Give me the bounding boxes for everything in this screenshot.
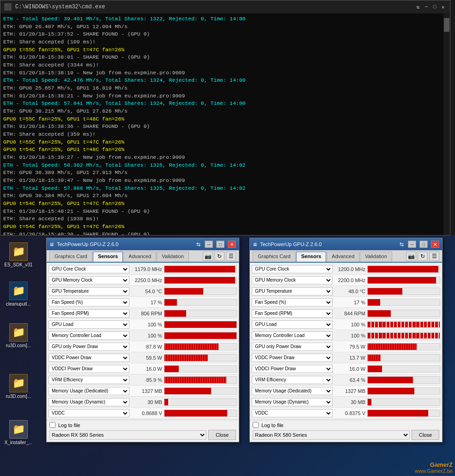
sensor-row: GPU Memory Clock2200.0 MHz [252, 275, 440, 286]
sensor-name-select[interactable]: Fan Speed (%) [252, 298, 333, 307]
sensor-value: 30 MB [129, 399, 164, 405]
sensor-name-select[interactable]: VDDC Power Draw [252, 354, 333, 362]
gpuz-minimize-btn[interactable]: ─ [205, 241, 213, 248]
sensor-name-select[interactable]: VRM Efficiency [49, 376, 129, 384]
gpuz-title-icon: 🖥 [49, 242, 54, 247]
sensor-name-select[interactable]: GPU Memory Clock [49, 276, 129, 284]
sensor-value: 2200.0 MHz [333, 277, 367, 283]
gpuz-refresh-btn[interactable]: ↻ [418, 252, 428, 261]
sensor-name-select[interactable]: Fan Speed (RPM) [49, 309, 129, 318]
gpuz-gpu-select[interactable]: Radeon RX 580 Series [253, 430, 410, 440]
gpuz-camera-btn[interactable]: 📷 [203, 252, 213, 261]
sensor-name-select[interactable]: VDDCI Power Draw [49, 365, 129, 373]
sensor-value: 17 % [129, 300, 164, 305]
sensor-name-select[interactable]: GPU Load [49, 320, 129, 329]
gpuz-close-button[interactable]: Close [208, 430, 236, 440]
gpuz-tab-graphics-card[interactable]: Graphics Card [49, 252, 92, 262]
sensor-name-select[interactable]: GPU only Power Draw [252, 343, 333, 351]
gpuz-tab-validation[interactable]: Validation [360, 252, 392, 262]
sensor-name-select[interactable]: VDDC Power Draw [49, 354, 129, 362]
cmd-restore-btn[interactable]: ⇆ [415, 4, 421, 10]
sensor-name-select[interactable]: Memory Usage (Dynamic) [252, 398, 333, 406]
gpuz-restore-btn[interactable]: ⇆ [400, 241, 404, 247]
sensor-name-select[interactable]: VDDC [49, 409, 129, 417]
gpuz-maximize-btn[interactable]: □ [419, 241, 428, 248]
gpuz-log-checkbox[interactable] [49, 422, 55, 428]
desktop-icon-4[interactable]: 📁 X_installer_... [2, 420, 35, 445]
cmd-line: ETH: GPU0 25.657 Mh/s, GPU1 16.819 Mh/s [3, 84, 447, 92]
sensor-name-select[interactable]: VRM Efficiency [252, 376, 333, 384]
gpuz-minimize-btn[interactable]: ─ [408, 241, 416, 248]
gpuz-footer-right: Log to file Radeon RX 580 Series Close [250, 420, 442, 442]
sensor-row: Memory Usage (Dynamic)30 MB [49, 397, 237, 408]
sensor-row: VDDC Power Draw59.5 W [49, 352, 237, 363]
sensor-name-select[interactable]: Memory Usage (Dedicated) [49, 387, 129, 395]
sensor-row: GPU Temperature54.0 °C [49, 286, 237, 297]
gpuz-tab-advanced[interactable]: Advanced [327, 252, 359, 262]
cmd-line: ETH: 01/20/18-15:38:10 - New job from eu… [3, 69, 447, 77]
sensor-bar-container [164, 398, 237, 406]
gpuz-close-btn[interactable]: ✕ [431, 241, 439, 248]
sensor-name-select[interactable]: GPU Core Clock [49, 265, 129, 273]
gpuz-tab-sensors[interactable]: Sensors [296, 252, 326, 262]
cmd-close-btn[interactable]: ✕ [440, 4, 446, 10]
sensor-bar-container [164, 299, 237, 306]
gpuz-camera-btn[interactable]: 📷 [406, 252, 416, 261]
gpuz-restore-btn[interactable]: ⇆ [196, 241, 200, 247]
cmd-scrollbar-thumb[interactable] [444, 18, 449, 32]
watermark: GamerZ www.GamerZ.be [415, 461, 453, 474]
gpuz-tab-advanced[interactable]: Advanced [123, 252, 156, 262]
sensor-name-select[interactable]: GPU Load [252, 320, 333, 329]
sensor-name-select[interactable]: Memory Controller Load [49, 331, 129, 340]
sensor-name-cell: GPU Core Clock [252, 265, 333, 273]
sensor-name-select[interactable]: Fan Speed (RPM) [252, 309, 333, 318]
cmd-window-controls[interactable]: ⇆ ─ □ ✕ [415, 4, 446, 10]
gpuz-close-btn[interactable]: ✕ [228, 241, 236, 248]
gpuz-tab-validation[interactable]: Validation [157, 252, 189, 262]
gpuz-menu-btn[interactable]: ☰ [226, 252, 236, 261]
desktop-icon-0[interactable]: 📁 ES_SDK_v31 [2, 242, 35, 267]
sensor-name-select[interactable]: Memory Usage (Dedicated) [252, 387, 333, 395]
sensor-name-select[interactable]: GPU Temperature [252, 287, 333, 295]
cmd-maximize-btn[interactable]: □ [431, 4, 438, 10]
cmd-line: ETH: 01/20/18-15:38:01 - SHARE FOUND - (… [3, 54, 447, 61]
gpuz-log-checkbox[interactable] [253, 422, 259, 428]
sensor-name-cell: GPU Memory Clock [252, 276, 333, 284]
gpuz-maximize-btn[interactable]: □ [216, 241, 224, 248]
sensor-name-select[interactable]: VDDCI Power Draw [252, 365, 333, 373]
cmd-line: ETH: GPU0 30.389 Mh/s, GPU1 27.913 Mh/s [3, 169, 447, 177]
sensor-row: GPU Load100 % [49, 319, 237, 330]
gpuz-tab-sensors[interactable]: Sensors [93, 252, 123, 262]
watermark-url: www.GamerZ.be [415, 468, 453, 474]
sensor-bar [368, 355, 381, 361]
desktop-icon-2[interactable]: 📁 ru3D.com]... [2, 323, 35, 348]
cmd-line: GPU0 t=54C fan=25%, GPU1 t=47C fan=26% [3, 200, 447, 208]
sensor-name-select[interactable]: GPU only Power Draw [49, 343, 129, 351]
gpuz-gpu-select[interactable]: Radeon RX 580 Series [49, 430, 206, 440]
sensor-name-select[interactable]: GPU Temperature [49, 287, 129, 295]
sensor-row: Fan Speed (%)17 % [49, 297, 237, 308]
cmd-scrollbar[interactable] [443, 13, 450, 235]
sensor-name-select[interactable]: Memory Controller Load [252, 331, 333, 340]
sensor-name-select[interactable]: Fan Speed (%) [49, 298, 129, 307]
sensor-value: 100 % [129, 333, 164, 338]
gpuz-refresh-btn[interactable]: ↻ [214, 252, 224, 261]
sensor-name-select[interactable]: GPU Core Clock [252, 265, 333, 273]
sensor-bar [368, 266, 438, 272]
cmd-minimize-btn[interactable]: ─ [423, 4, 430, 10]
gpuz-menu-btn[interactable]: ☰ [429, 252, 439, 261]
sensor-name-select[interactable]: Memory Usage (Dynamic) [49, 398, 129, 406]
sensor-bar-container [164, 376, 237, 384]
gpuz-close-button[interactable]: Close [412, 430, 439, 440]
sensor-value: 17 % [333, 300, 367, 305]
sensor-bar-container [367, 321, 440, 328]
sensor-value: 100 % [129, 322, 164, 327]
sensor-name-select[interactable]: VDDC [252, 409, 333, 417]
desktop-icon-1[interactable]: 📁 cleanuputl... [2, 282, 35, 307]
gpuz-tab-graphics-card[interactable]: Graphics Card [253, 252, 296, 262]
sensor-bar [164, 366, 179, 372]
desktop-icon-3[interactable]: 📁 ru3D.com]... [2, 374, 35, 399]
desktop-icon-label: X_installer_... [2, 440, 35, 445]
sensor-name-select[interactable]: GPU Memory Clock [252, 276, 333, 284]
sensor-value: 30 MB [333, 399, 367, 405]
